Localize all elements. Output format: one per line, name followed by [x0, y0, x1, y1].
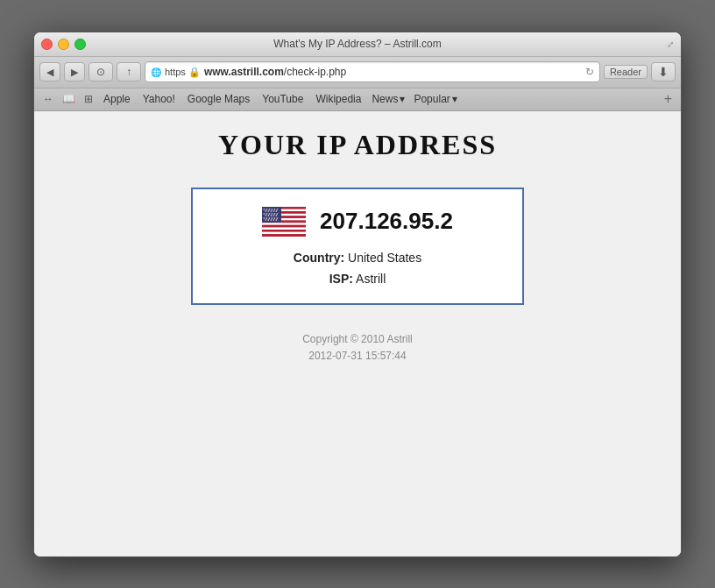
- title-bar: What's My IP Address? – Astrill.com ⤢: [34, 32, 681, 57]
- bookmark-yahoo[interactable]: Yahoo!: [138, 91, 181, 107]
- maximize-button[interactable]: [74, 39, 86, 50]
- ip-card-top: ★★★★★★ ★★★★★ ★★★★★★ ★★★★★ ★★★★★★ ★★★★★ 2…: [262, 207, 453, 237]
- share-button[interactable]: ↑: [117, 62, 141, 81]
- reader-button[interactable]: Reader: [604, 65, 648, 79]
- bookmark-youtube[interactable]: YouTube: [257, 91, 308, 107]
- isp-value: Astrill: [356, 272, 386, 286]
- refresh-icon[interactable]: ↻: [585, 66, 594, 78]
- reload-icon: ⊙: [96, 66, 105, 78]
- svg-rect-12: [262, 234, 306, 237]
- downloads-button[interactable]: ⬇: [651, 62, 676, 81]
- page-heading: Your IP Address: [218, 129, 497, 161]
- copyright-line2: 2012-07-31 15:57:44: [302, 348, 413, 365]
- svg-rect-11: [262, 231, 306, 234]
- bookmarks-icon[interactable]: 📖: [59, 91, 79, 107]
- bookmark-google-maps[interactable]: Google Maps: [182, 91, 255, 107]
- country-value: United States: [348, 251, 421, 265]
- https-label: https 🔒: [165, 67, 201, 78]
- bookmark-news[interactable]: News ▾: [368, 91, 408, 107]
- bookmarks-bar: ↔ 📖 ⊞ Apple Yahoo! Google Maps YouTube W…: [34, 89, 681, 111]
- svg-text:★★★★★: ★★★★★: [265, 218, 278, 222]
- minimize-button[interactable]: [58, 39, 69, 50]
- grid-icon[interactable]: ⊞: [81, 91, 96, 107]
- country-label: Country:: [294, 251, 344, 265]
- resize-icon: ⤢: [667, 39, 674, 49]
- back-icon: ◀: [46, 67, 53, 78]
- domain-text: www.astrill.com: [204, 66, 284, 78]
- copyright-line1: Copyright © 2010 Astrill: [302, 331, 413, 348]
- svg-rect-9: [262, 227, 306, 230]
- address-url[interactable]: www.astrill.com/check-ip.php: [204, 66, 582, 78]
- isp-row: ISP: Astrill: [329, 272, 386, 286]
- path-text: /check-ip.php: [284, 66, 346, 78]
- browser-window: What's My IP Address? – Astrill.com ⤢ ◀ …: [33, 32, 682, 557]
- share-icon: ↑: [126, 66, 131, 78]
- toolbar: ◀ ▶ ⊙ ↑ 🌐 https 🔒 www.astrill.com/check-…: [34, 57, 681, 89]
- bookmark-apple[interactable]: Apple: [98, 91, 136, 107]
- lock-icon: 🌐: [151, 67, 161, 77]
- ip-card: ★★★★★★ ★★★★★ ★★★★★★ ★★★★★ ★★★★★★ ★★★★★ 2…: [191, 188, 524, 305]
- traffic-lights: [41, 39, 86, 50]
- forward-icon: ▶: [71, 67, 78, 78]
- copyright: Copyright © 2010 Astrill 2012-07-31 15:5…: [302, 331, 413, 365]
- ip-address: 207.126.95.2: [320, 208, 453, 235]
- country-row: Country: United States: [294, 251, 421, 265]
- back-button[interactable]: ◀: [39, 62, 60, 81]
- svg-rect-7: [262, 223, 306, 225]
- downloads-icon: ⬇: [658, 65, 669, 79]
- window-title: What's My IP Address? – Astrill.com: [273, 38, 441, 50]
- popular-chevron-icon: ▾: [452, 93, 457, 105]
- forward-button[interactable]: ▶: [64, 62, 85, 81]
- address-bar[interactable]: 🌐 https 🔒 www.astrill.com/check-ip.php ↻: [145, 61, 600, 82]
- stop-reload-button[interactable]: ⊙: [88, 62, 113, 81]
- reading-list-icon[interactable]: ↔: [39, 91, 57, 107]
- isp-label: ISP:: [329, 272, 353, 286]
- svg-rect-8: [262, 224, 306, 227]
- close-button[interactable]: [41, 39, 53, 50]
- us-flag-icon: ★★★★★★ ★★★★★ ★★★★★★ ★★★★★ ★★★★★★ ★★★★★: [262, 207, 306, 237]
- bookmark-wikipedia[interactable]: Wikipedia: [310, 91, 366, 107]
- page-content: Your IP Address: [34, 111, 681, 556]
- bookmark-popular[interactable]: Popular ▾: [410, 91, 460, 107]
- add-bookmark-button[interactable]: +: [661, 91, 676, 107]
- svg-rect-10: [262, 230, 306, 232]
- news-chevron-icon: ▾: [400, 93, 405, 105]
